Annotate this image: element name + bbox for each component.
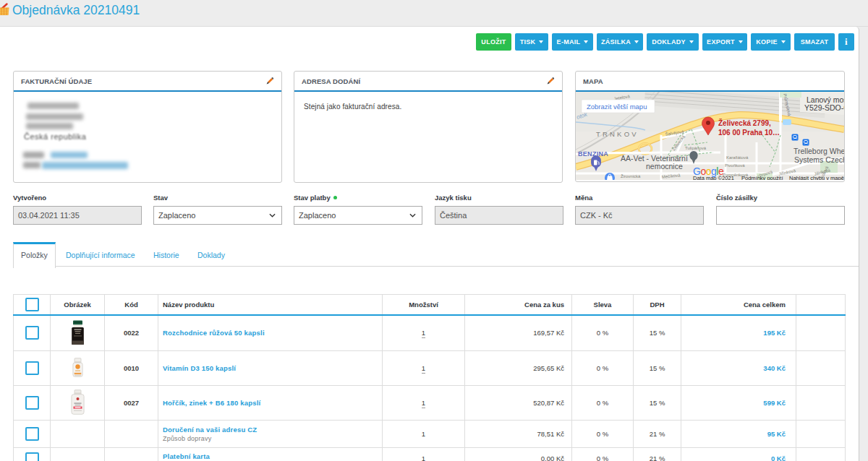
svg-text:106 00 Praha 10…: 106 00 Praha 10… [718,129,780,137]
svg-text:Karafiátová: Karafiátová [726,155,749,160]
svg-text:Želivecká 2799,: Želivecká 2799, [718,119,771,127]
svg-text:Y529-SDO-Č: Y529-SDO-Č [804,103,844,112]
svg-text:Zobrazit větší mapu: Zobrazit větší mapu [587,103,647,111]
svg-text:Tulipánová: Tulipánová [685,146,707,150]
svg-text:Podmínky použití: Podmínky použití [741,175,783,180]
svg-text:TRNKOV: TRNKOV [596,130,639,138]
svg-text:Data map ©2021: Data map ©2021 [693,175,734,180]
svg-text:Nahlásit chybu v mapě: Nahlásit chybu v mapě [789,175,844,180]
svg-text:Žirovnická: Žirovnická [621,173,641,178]
svg-text:Pivoňková: Pivoňková [725,163,745,168]
svg-text:nemocnice: nemocnice [646,162,683,171]
svg-text:Systems Czech: Systems Czech [794,155,844,164]
svg-text:Trelleborg Whee: Trelleborg Whee [793,147,844,155]
